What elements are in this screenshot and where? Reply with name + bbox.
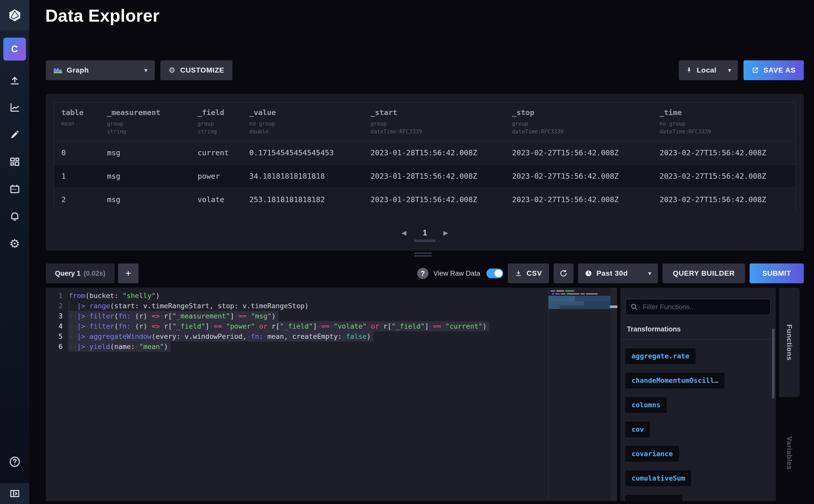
table-row: 1msgpower34.181818181818182023-01-28T15:… bbox=[54, 164, 795, 188]
expand-sidebar[interactable] bbox=[0, 483, 29, 504]
settings-icon[interactable]: ⚙ bbox=[9, 238, 21, 249]
tab-variables[interactable]: Variables bbox=[779, 423, 800, 484]
refresh-button[interactable] bbox=[554, 263, 573, 283]
column-header: _valueno group double bbox=[242, 103, 363, 141]
table-cell: current bbox=[190, 148, 242, 157]
avatar[interactable]: C bbox=[3, 38, 26, 61]
tab-functions[interactable]: Functions bbox=[779, 288, 800, 397]
alerts-icon[interactable] bbox=[9, 211, 21, 222]
function-chip[interactable]: covariance bbox=[625, 446, 679, 462]
function-chip[interactable]: aggregate.rate bbox=[625, 348, 696, 364]
submit-button[interactable]: SUBMIT bbox=[750, 263, 804, 283]
pin-icon bbox=[685, 67, 693, 74]
code-line[interactable]: 5··|>·aggregateWindow(every:·v.windowPer… bbox=[46, 331, 548, 342]
page-next-button[interactable]: ▶ bbox=[443, 229, 448, 236]
function-chip[interactable]: chandeMomentumOscill… bbox=[625, 373, 724, 388]
table-horizontal-scrollbar[interactable] bbox=[414, 240, 436, 242]
filter-functions-search[interactable] bbox=[625, 299, 771, 315]
table-cell: msg bbox=[100, 195, 190, 204]
graph-icon[interactable] bbox=[9, 102, 21, 113]
flux-editor[interactable]: 1from(bucket: "shelly")2 |> range(start:… bbox=[46, 288, 610, 501]
save-as-label: SAVE AS bbox=[763, 66, 796, 74]
view-raw-data-toggle[interactable] bbox=[486, 269, 503, 278]
panel-resize-handle[interactable] bbox=[414, 253, 432, 257]
customize-button[interactable]: ⚙ CUSTOMIZE bbox=[160, 60, 232, 80]
raw-data-panel: tablemean_measurementgroup string_fieldg… bbox=[46, 94, 804, 251]
local-label: Local bbox=[697, 66, 717, 74]
graph-type-icon bbox=[53, 66, 62, 74]
table-cell: power bbox=[190, 172, 242, 180]
line-content: |> range(start: v.timeRangeStart, stop: … bbox=[68, 301, 311, 311]
add-query-button[interactable]: + bbox=[118, 263, 138, 283]
divider-drag-handle[interactable] bbox=[610, 305, 617, 308]
influxdb-logo[interactable] bbox=[0, 0, 29, 30]
table-cell: 2023-02-27T15:56:42.008Z bbox=[652, 195, 795, 204]
table-header: tablemean_measurementgroup string_fieldg… bbox=[54, 103, 795, 141]
column-header: _fieldgroup string bbox=[190, 103, 242, 141]
table-cell: 2023-01-28T15:56:42.008Z bbox=[363, 172, 505, 180]
code-line[interactable]: 3··|>·filter(fn:·(r)·=>·r["_measurement"… bbox=[46, 311, 548, 321]
csv-download-button[interactable]: CSV bbox=[508, 263, 549, 283]
local-dropdown[interactable]: Local ▾ bbox=[679, 60, 738, 80]
line-content: from(bucket: "shelly") bbox=[68, 291, 162, 301]
tab-functions-label: Functions bbox=[785, 324, 793, 361]
code-area[interactable]: 1from(bucket: "shelly")2 |> range(start:… bbox=[46, 291, 548, 352]
function-chip[interactable]: columns bbox=[625, 397, 667, 413]
code-line[interactable]: 6··|>·yield(name:·"mean") bbox=[46, 342, 548, 352]
question-mark: ? bbox=[421, 270, 425, 277]
chevron-down-icon: ▾ bbox=[728, 67, 731, 74]
view-toolbar: Graph ▾ ⚙ CUSTOMIZE Local ▾ SAVE AS bbox=[46, 60, 804, 80]
calendar-icon[interactable] bbox=[9, 183, 21, 195]
functions-list: aggregate.ratechandeMomentumOscill…colum… bbox=[625, 348, 768, 501]
visualization-type-dropdown[interactable]: Graph ▾ bbox=[46, 60, 155, 80]
function-chip[interactable]: cumulativeSum bbox=[625, 470, 691, 486]
table-row: 0msgcurrent0.171545454545454532023-01-28… bbox=[54, 141, 795, 164]
tab-variables-label: Variables bbox=[785, 436, 793, 470]
code-line[interactable]: 1from(bucket: "shelly") bbox=[46, 291, 548, 301]
column-header: _timeno group dateTime:RFC3339 bbox=[652, 103, 795, 141]
sidebar: C ⚙ bbox=[0, 0, 29, 504]
functions-scrollbar[interactable] bbox=[772, 328, 775, 399]
save-as-button[interactable]: SAVE AS bbox=[743, 60, 804, 80]
time-range-label: Past 30d bbox=[596, 269, 628, 277]
line-number: 1 bbox=[46, 291, 63, 301]
clock-icon bbox=[585, 270, 592, 277]
csv-label: CSV bbox=[527, 269, 542, 277]
upload-icon[interactable] bbox=[9, 74, 21, 86]
function-chip-partial[interactable] bbox=[625, 495, 682, 501]
table-cell: 2023-02-27T15:56:42.008Z bbox=[505, 172, 652, 180]
data-explorer-screen: C ⚙ bbox=[0, 0, 814, 504]
function-chip[interactable]: cov bbox=[625, 422, 650, 437]
edit-icon[interactable] bbox=[9, 129, 21, 141]
page-prev-button[interactable]: ◀ bbox=[402, 229, 406, 236]
search-icon bbox=[630, 303, 638, 311]
table-cell: msg bbox=[100, 148, 190, 157]
help-icon[interactable] bbox=[0, 456, 29, 468]
query-tab-duration: (0.02s) bbox=[84, 270, 106, 277]
editor-panel-divider[interactable] bbox=[610, 288, 617, 501]
search-input[interactable] bbox=[642, 303, 766, 311]
line-number: 4 bbox=[46, 321, 63, 331]
submit-label: SUBMIT bbox=[762, 269, 791, 277]
code-line[interactable]: 2 |> range(start: v.timeRangeStart, stop… bbox=[46, 301, 548, 311]
page-number: 1 bbox=[423, 228, 427, 237]
line-content: ··|>·yield(name:·"mean") bbox=[68, 342, 171, 352]
editor-minimap[interactable] bbox=[548, 288, 610, 501]
table-row: 2msgvolate253.18181818181822023-01-28T15… bbox=[54, 188, 795, 211]
code-line[interactable]: 4··|>·filter(fn:·(r)·=>·r["_field"]·==·"… bbox=[46, 321, 548, 331]
sidebar-nav: ⚙ bbox=[0, 74, 29, 249]
influxdb-logo-icon bbox=[8, 8, 22, 22]
query-tab[interactable]: Query 1 (0.02s) bbox=[46, 263, 115, 283]
line-number: 2 bbox=[46, 301, 63, 311]
time-range-dropdown[interactable]: Past 30d ▾ bbox=[578, 263, 658, 283]
avatar-label: C bbox=[11, 44, 18, 54]
dashboards-icon[interactable] bbox=[9, 156, 21, 168]
column-header: tablemean bbox=[54, 103, 100, 141]
visualization-type-label: Graph bbox=[67, 66, 89, 74]
query-builder-button[interactable]: QUERY BUILDER bbox=[663, 263, 745, 283]
functions-section-label: Transformations bbox=[627, 325, 681, 333]
raw-data-help-icon[interactable]: ? bbox=[417, 268, 428, 279]
query-builder-label: QUERY BUILDER bbox=[673, 269, 735, 277]
view-raw-data-label: View Raw Data bbox=[433, 270, 480, 277]
table-cell: 2023-01-28T15:56:42.008Z bbox=[363, 195, 505, 204]
